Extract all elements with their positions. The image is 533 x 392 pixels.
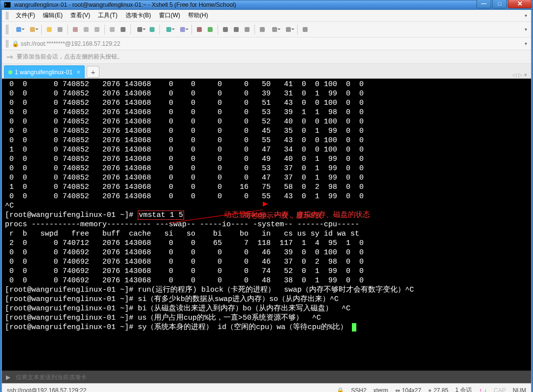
expand-icon[interactable] [231,24,242,35]
color-icon[interactable] [194,24,205,35]
highlighter-icon[interactable] [44,24,55,35]
tab-label: 1 wangruifenglinux-01 [15,69,72,76]
svg-rect-16 [223,27,228,32]
menu-item-5[interactable]: 窗口(W) [155,10,184,21]
toolbar-separator [130,25,131,34]
new-session-icon[interactable] [12,24,26,35]
reconnect-icon[interactable] [70,24,81,35]
svg-rect-4 [58,27,63,32]
menu-item-4[interactable]: 选项卡(B) [122,10,155,21]
status-size: ⇔104x27 [395,387,421,392]
svg-rect-2 [30,27,35,32]
search-icon[interactable] [118,24,128,35]
toolbar-separator [191,25,192,34]
menubar-overflow[interactable]: ▾ [525,13,527,18]
svg-rect-3 [47,27,52,32]
status-ssh: SSH2 [351,387,366,392]
status-lock-icon: 🔒 [337,387,344,392]
titlebar[interactable]: wangruifenglinux-01 - root@wangruifengli… [0,0,533,10]
toolbar: ▾ [2,22,531,37]
help-icon[interactable] [300,24,311,35]
status-upload-icon: ↑↓ [479,387,487,392]
tab-menu[interactable]: ▾ [524,72,527,78]
tab-close-button[interactable]: × [76,68,80,76]
svg-rect-19 [260,27,265,32]
menu-item-0[interactable]: 文件(F) [12,10,39,21]
copy-icon[interactable] [92,24,102,35]
send-bar: ▶ [2,370,531,383]
menubar: 文件(F)编辑(E)查看(V)工具(T)选项卡(B)窗口(W)帮助(H) ▾ [2,10,531,22]
tabstrip: 1 wangruifenglinux-01 × + ◁ ▷ ▾ [2,64,531,79]
svg-rect-8 [110,27,115,32]
svg-rect-6 [84,27,89,32]
globe-icon[interactable] [162,24,176,35]
status-url: ssh://root@192.168.57.129:22 [7,387,87,392]
lock-icon: 🔒 [12,40,19,47]
svg-rect-0 [4,2,11,8]
toolbar-separator [297,25,298,34]
list-icon[interactable] [282,24,295,35]
svg-rect-10 [137,27,142,32]
hint-add-icon[interactable] [6,53,14,61]
svg-rect-15 [208,27,213,32]
status-sessions: 1 会话 [455,386,472,392]
properties-icon[interactable] [147,24,157,35]
app-icon [3,1,11,9]
svg-rect-5 [73,27,78,32]
toolbar-grip[interactable] [6,25,9,34]
svg-rect-11 [150,27,155,32]
menu-item-1[interactable]: 编辑(E) [39,10,66,21]
svg-rect-1 [16,27,21,32]
minimize-button[interactable]: — [476,0,491,8]
menu-item-2[interactable]: 查看(V) [66,10,94,21]
status-pos: ⌖27,85 [428,387,448,392]
menu-item-6[interactable]: 帮助(H) [184,10,212,21]
close-button[interactable]: ✕ [508,0,532,8]
disconnect-icon[interactable] [81,24,92,35]
addrbar-overflow[interactable]: ▾ [525,41,527,46]
tab-scroll: ◁ ▷ ▾ [512,72,527,78]
send-icon: ▶ [6,374,13,381]
app-window: wangruifenglinux-01 - root@wangruifengli… [0,0,533,392]
svg-rect-13 [180,27,185,32]
session-tab[interactable]: 1 wangruifenglinux-01 × [4,65,85,78]
layout-icon[interactable] [268,24,282,35]
svg-rect-12 [166,27,171,32]
paste-icon[interactable] [107,24,118,35]
address-text[interactable]: ssh://root:********@192.168.57.129:22 [21,40,120,47]
tab-status-dot [8,70,12,74]
hint-bar: 要添加当前会话，点击左侧的箭头按钮。 [2,50,531,64]
lock-icon[interactable] [242,24,252,35]
open-icon[interactable] [26,24,39,35]
send-input[interactable] [16,374,531,381]
hint-text: 要添加当前会话，点击左侧的箭头按钮。 [17,53,123,61]
refresh-icon[interactable] [205,24,216,35]
toolbar-separator [159,25,160,34]
svg-rect-14 [197,27,202,32]
addrbar-grip[interactable] [6,40,9,48]
toolbar-separator [218,25,218,34]
font-icon[interactable] [176,24,189,35]
new-tab-button[interactable]: + [87,66,99,78]
toolbar-separator [104,25,105,34]
menu-item-3[interactable]: 工具(T) [94,10,121,21]
print-icon[interactable] [133,24,147,35]
svg-rect-9 [121,27,125,32]
svg-rect-18 [245,27,250,32]
tile-icon[interactable] [220,24,231,35]
terminal[interactable]: 0 0 0 740852 2076 143068 0 0 0 0 50 41 0… [2,79,531,370]
client-area: 文件(F)编辑(E)查看(V)工具(T)选项卡(B)窗口(W)帮助(H) ▾ ▾… [0,10,533,392]
toolbar-separator [67,25,68,34]
svg-rect-22 [303,27,308,32]
maximize-button[interactable]: □ [492,0,507,8]
columns-icon[interactable] [257,24,268,35]
tab-scroll-left[interactable]: ◁ [512,72,516,78]
menubar-grip[interactable] [6,12,9,20]
tab-scroll-right[interactable]: ▷ [518,72,522,78]
status-num: NUM [513,387,526,392]
toolbar-overflow[interactable]: ▾ [525,27,527,32]
address-bar: 🔒 ssh://root:********@192.168.57.129:22 … [2,37,531,50]
scissors-icon[interactable] [55,24,65,35]
toolbar-separator [41,25,42,34]
status-term: xterm [374,387,388,392]
